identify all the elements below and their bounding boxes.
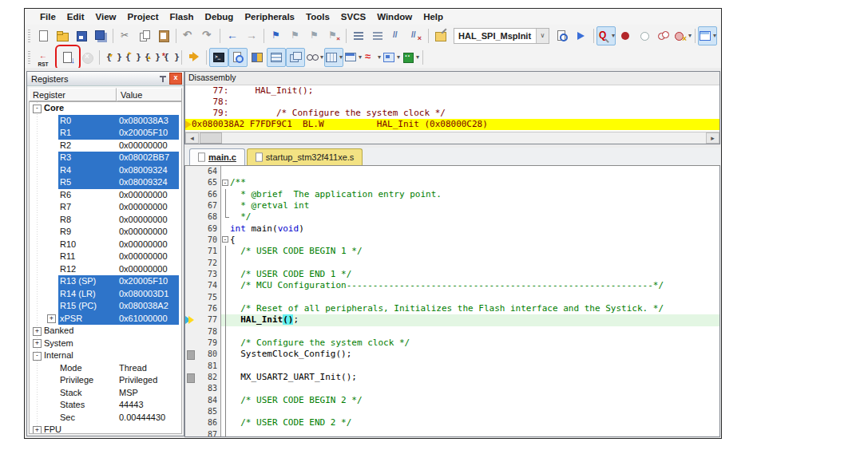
code-line-80[interactable]: 80 SystemClock_Config(); (185, 349, 719, 360)
code-line-body[interactable] (221, 383, 719, 394)
prev-bookmark-button[interactable] (286, 26, 305, 45)
menu-file[interactable]: File (34, 10, 61, 23)
system-viewer-button[interactable]: ▾ (382, 48, 401, 67)
menu-svcs[interactable]: SVCS (335, 10, 371, 23)
window-layout-button[interactable]: ▾ (698, 26, 717, 45)
code-line-87[interactable]: 87 (185, 429, 719, 437)
register-row-R3[interactable]: R30x08002BB7 (30, 152, 181, 164)
redo-button[interactable] (198, 26, 217, 45)
register-row-Internal[interactable]: -Internal (30, 349, 181, 362)
code-line-78[interactable]: 78 (185, 326, 719, 338)
code-line-body[interactable] (221, 292, 719, 303)
code-line-82[interactable]: 82 MX_USART2_UART_Init(); (185, 372, 719, 383)
code-line-73[interactable]: 73 /* USER CODE END 1 */ (185, 269, 719, 280)
register-row-R4[interactable]: R40x08009324 (30, 164, 181, 177)
register-row-xPSR[interactable]: +xPSR0x61000000 (30, 313, 181, 326)
navigate-forward-button[interactable] (242, 26, 261, 45)
register-row-System[interactable]: +System (30, 338, 181, 350)
code-line-69[interactable]: 69int main(void) (185, 223, 719, 235)
undo-button[interactable] (179, 26, 198, 45)
register-row-States[interactable]: States44443 (30, 399, 181, 412)
scroll-left-icon[interactable]: ◂ (185, 132, 199, 144)
code-line-body[interactable]: HAL_Init(); (221, 314, 719, 326)
registers-window-button[interactable] (267, 48, 286, 67)
menu-view[interactable]: View (90, 10, 122, 23)
expand-icon[interactable]: + (33, 327, 42, 336)
menu-flash[interactable]: Flash (164, 10, 200, 23)
reset-cpu-button[interactable]: RST (34, 48, 53, 67)
code-line-body[interactable] (221, 258, 719, 269)
code-line-body[interactable] (221, 406, 719, 417)
register-row-R1[interactable]: R10x20005F10 (30, 127, 181, 140)
new-file-button[interactable] (34, 26, 53, 45)
chevron-down-icon[interactable]: ▾ (688, 32, 692, 39)
command-window-button[interactable] (209, 48, 228, 67)
kill-all-breakpoints-button[interactable]: ▾ (673, 26, 692, 45)
clear-bookmarks-button[interactable] (324, 26, 343, 45)
code-line-body[interactable]: SystemClock_Config(); (221, 349, 719, 360)
column-header-register[interactable]: Register (29, 88, 117, 101)
menu-help[interactable]: Help (418, 10, 449, 23)
code-line-body[interactable]: int main(void) (221, 223, 719, 235)
step-into-button[interactable] (102, 48, 121, 67)
disassembly-line[interactable]: 80: SystemClock_Config(); (192, 130, 719, 132)
scroll-right-icon[interactable]: ▸ (706, 132, 719, 144)
register-row-Sec[interactable]: Sec0.00444430 (30, 412, 181, 424)
uncomment-button[interactable] (406, 26, 426, 45)
register-row-R8[interactable]: R80x00000000 (30, 214, 181, 227)
paste-button[interactable] (154, 26, 173, 45)
expand-icon[interactable]: + (33, 426, 42, 435)
disassembly-line[interactable]: 77: HAL_Init(); (192, 85, 719, 97)
register-row-R2[interactable]: R20x00000000 (30, 140, 181, 152)
chevron-down-icon[interactable]: ▾ (339, 53, 343, 61)
code-line-64[interactable]: 64 (185, 166, 719, 177)
code-line-65[interactable]: 65/** (185, 177, 719, 188)
code-line-body[interactable]: /** (221, 177, 719, 188)
fold-collapse-icon[interactable] (221, 235, 230, 246)
register-row-R6[interactable]: R60x00000000 (30, 189, 181, 202)
code-line-body[interactable]: MX_USART2_UART_Init(); (221, 372, 719, 383)
collapse-icon[interactable]: - (33, 105, 42, 113)
chevron-down-icon[interactable]: ▾ (713, 32, 716, 39)
memory-window-button[interactable]: ▾ (324, 48, 343, 67)
code-line-76[interactable]: 76 /* Reset of all peripherals, Initiali… (185, 303, 719, 314)
watch-window-button[interactable]: ▾ (305, 48, 324, 67)
register-row-Banked[interactable]: +Banked (30, 325, 181, 338)
step-out-button[interactable] (141, 48, 160, 67)
register-row-R9[interactable]: R90x00000000 (30, 226, 181, 239)
code-line-body[interactable] (221, 429, 719, 437)
code-line-68[interactable]: 68 */ (185, 211, 719, 223)
chevron-down-icon[interactable]: ▾ (359, 53, 362, 61)
symbols-window-button[interactable] (248, 48, 267, 67)
code-line-body[interactable]: /* Reset of all peripherals, Initializes… (221, 303, 719, 314)
register-row-Privilege[interactable]: PrivilegePrivileged (30, 374, 181, 387)
code-line-81[interactable]: 81 (185, 361, 719, 372)
code-line-75[interactable]: 75 (185, 292, 719, 303)
chevron-down-icon[interactable]: ▾ (378, 53, 381, 61)
register-row-Core[interactable]: -Core (30, 102, 181, 115)
show-next-statement-button[interactable] (184, 48, 204, 67)
code-line-body[interactable]: /* MCU Configuration--------------------… (221, 280, 719, 291)
menu-project[interactable]: Project (122, 10, 164, 23)
navigate-back-button[interactable] (223, 26, 242, 45)
register-row-R11[interactable]: R110x00000000 (30, 251, 181, 263)
toolbox-button[interactable]: ▾ (401, 48, 420, 67)
register-row-R14-LR-[interactable]: R14 (LR)0x080003D1 (30, 288, 181, 301)
disassembly-window-button[interactable] (228, 48, 248, 67)
code-line-body[interactable]: * @retval int (221, 200, 719, 211)
register-row-R15-PC-[interactable]: R15 (PC)0x080038A2 (30, 300, 181, 313)
register-row-R13-SP-[interactable]: R13 (SP)0x20005F10 (30, 275, 181, 288)
run-to-line-button[interactable] (160, 48, 179, 67)
code-line-body[interactable]: /* USER CODE BEGIN 2 */ (221, 395, 719, 406)
code-line-70[interactable]: 70{ (185, 235, 719, 246)
goto-reference-button[interactable] (572, 26, 591, 45)
code-line-83[interactable]: 83 (185, 383, 719, 394)
function-combobox[interactable]: HAL_SPI_MspInit∨ (454, 28, 549, 44)
code-line-86[interactable]: 86 /* USER CODE END 2 */ (185, 417, 719, 428)
code-line-67[interactable]: 67 * @retval int (185, 200, 719, 211)
disassembly-line[interactable]: 79: /* Configure the system clock */ (192, 108, 719, 119)
find-in-files-button[interactable] (553, 26, 572, 45)
chevron-down-icon[interactable]: ▾ (416, 53, 419, 61)
code-line-body[interactable] (221, 166, 719, 177)
tab-main-c[interactable]: main.c (189, 148, 245, 165)
